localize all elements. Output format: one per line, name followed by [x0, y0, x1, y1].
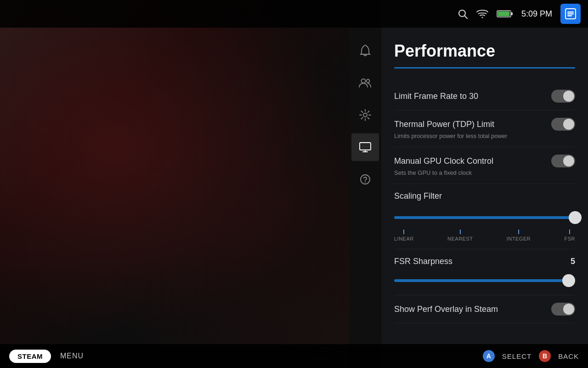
fsr-header: FSR Sharpness 5 [394, 257, 575, 266]
tick-fsr: FSR [564, 230, 575, 242]
manual-gpu-clock-sublabel: Sets the GPU to a fixed clock [394, 169, 575, 176]
search-icon[interactable] [457, 8, 468, 19]
wifi-icon [476, 9, 488, 18]
sidebar-item-notifications[interactable] [351, 37, 379, 64]
svg-point-12 [363, 113, 367, 117]
tick-line [403, 230, 404, 234]
svg-rect-9 [567, 15, 572, 17]
select-label: SELECT [502, 352, 531, 360]
panel-divider [394, 67, 575, 69]
thermal-power-toggle[interactable] [551, 118, 575, 131]
fsr-sharpness-value: 5 [571, 257, 575, 266]
panel-title: Performance [394, 41, 575, 61]
back-label: BACK [558, 352, 579, 360]
bottombar-right: A SELECT B BACK [483, 350, 579, 362]
scaling-filter-thumb[interactable] [569, 211, 582, 224]
svg-point-10 [362, 79, 366, 83]
show-perf-overlay-label: Show Perf Overlay in Steam [394, 305, 498, 314]
thermal-power-label: Thermal Power (TDP) Limit [394, 120, 494, 129]
svg-line-1 [464, 16, 467, 19]
main-panel: Performance Limit Frame Rate to 30 Therm… [381, 28, 588, 368]
tick-label-nearest: NEAREST [447, 236, 473, 242]
background-area [0, 0, 380, 368]
tick-linear: LINEAR [394, 230, 414, 242]
fsr-sharpness-track [394, 279, 575, 282]
toggle-knob [563, 155, 574, 167]
thermal-power-sublabel: Limits processor power for less total po… [394, 132, 575, 139]
svg-point-16 [361, 175, 370, 184]
app-logo [560, 4, 581, 24]
btn-a-badge: A [483, 350, 495, 362]
svg-point-2 [481, 17, 483, 18]
svg-rect-8 [567, 13, 574, 15]
tick-line [460, 230, 461, 234]
battery-icon [497, 9, 513, 18]
toggle-knob [563, 304, 574, 315]
tick-label-integer: INTEGER [507, 236, 531, 242]
scaling-filter-slider[interactable] [394, 208, 575, 227]
tick-line [518, 230, 519, 234]
bottombar: STEAM MENU A SELECT B BACK [0, 344, 588, 368]
scaling-filter-section: Scaling Filter LINEAR NEAREST INTEGER FS… [394, 184, 575, 249]
sidebar-item-help[interactable] [351, 166, 379, 193]
clock-display: 5:09 PM [521, 9, 552, 19]
sidebar-item-display[interactable] [351, 133, 379, 161]
btn-b-badge: B [539, 350, 551, 362]
svg-rect-13 [360, 143, 371, 150]
toggle-knob [563, 91, 574, 102]
svg-rect-7 [567, 12, 574, 13]
sidebar [349, 28, 381, 368]
setting-show-perf-overlay: Show Perf Overlay in Steam [394, 295, 575, 323]
topbar: 5:09 PM [0, 0, 588, 28]
svg-rect-5 [498, 12, 509, 17]
setting-thermal-power: Thermal Power (TDP) Limit Limits process… [394, 110, 575, 147]
svg-point-11 [367, 80, 370, 83]
tick-line [569, 230, 570, 234]
fsr-sharpness-slider[interactable] [394, 274, 575, 288]
svg-point-17 [365, 181, 366, 182]
show-perf-overlay-toggle[interactable] [551, 303, 575, 316]
setting-manual-gpu-clock: Manual GPU Clock Control Sets the GPU to… [394, 147, 575, 184]
manual-gpu-clock-label: Manual GPU Clock Control [394, 156, 493, 166]
fsr-sharpness-section: FSR Sharpness 5 [394, 249, 575, 295]
manual-gpu-clock-toggle[interactable] [551, 155, 575, 167]
limit-frame-rate-label: Limit Frame Rate to 30 [394, 92, 478, 101]
scaling-filter-ticks: LINEAR NEAREST INTEGER FSR [394, 230, 575, 242]
steam-button[interactable]: STEAM [9, 350, 51, 363]
svg-rect-4 [511, 12, 513, 15]
scaling-filter-track [394, 216, 575, 219]
fsr-sharpness-thumb[interactable] [562, 274, 575, 287]
sidebar-item-friends[interactable] [351, 69, 379, 97]
tick-integer: INTEGER [507, 230, 531, 242]
fsr-sharpness-label: FSR Sharpness [394, 257, 452, 266]
setting-limit-frame-rate: Limit Frame Rate to 30 [394, 82, 575, 110]
sidebar-item-settings[interactable] [351, 101, 379, 129]
limit-frame-rate-toggle[interactable] [551, 90, 575, 103]
scaling-filter-label: Scaling Filter [394, 191, 575, 201]
tick-label-linear: LINEAR [394, 236, 414, 242]
tick-label-fsr: FSR [564, 236, 575, 242]
toggle-knob [563, 119, 574, 130]
tick-nearest: NEAREST [447, 230, 473, 242]
menu-label: MENU [60, 352, 84, 360]
